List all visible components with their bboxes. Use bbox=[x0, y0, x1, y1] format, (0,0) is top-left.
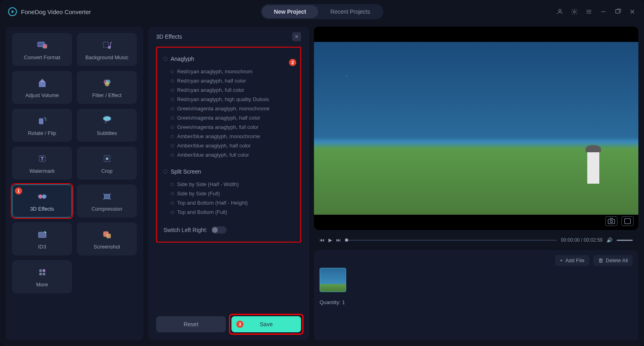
watermark-icon: T bbox=[36, 153, 48, 165]
tool-label: 3D Effects bbox=[30, 206, 54, 212]
panel-title: 3D Effects bbox=[156, 33, 182, 40]
app-window: FoneDog Video Converter New Project Rece… bbox=[0, 0, 644, 346]
right-panel: ⏮ ▶ ⏭ 00:00:00 / 00:02:59 🔊 +Add File 🗑D… bbox=[314, 27, 638, 340]
compression-icon bbox=[101, 191, 113, 203]
svg-point-15 bbox=[38, 195, 42, 198]
option-anaglyph-3[interactable]: Red/cyan anaglyph, high quality Dubois bbox=[171, 95, 294, 104]
close-icon[interactable] bbox=[629, 8, 636, 15]
svg-point-14 bbox=[106, 157, 108, 160]
svg-rect-17 bbox=[104, 194, 109, 199]
minimize-icon[interactable] bbox=[600, 8, 607, 15]
delete-all-button[interactable]: 🗑Delete All bbox=[593, 255, 633, 266]
option-split-1[interactable]: Side by Side (Full) bbox=[171, 189, 294, 198]
tool-label: More bbox=[36, 282, 48, 288]
group-anaglyph[interactable]: Anaglyph bbox=[163, 56, 294, 62]
svg-point-16 bbox=[42, 195, 46, 198]
filter-icon bbox=[101, 77, 113, 89]
option-anaglyph-7[interactable]: Amber/blue anaglyph, monochrome bbox=[171, 132, 294, 141]
title-bar: FoneDog Video Converter New Project Rece… bbox=[0, 0, 644, 23]
switch-left-right-row: Switch Left Right: bbox=[163, 226, 294, 234]
tool-compression[interactable]: Compression bbox=[77, 184, 137, 218]
tool-crop[interactable]: Crop bbox=[77, 147, 137, 180]
app-title: FoneDog Video Converter bbox=[21, 8, 91, 15]
tool-more[interactable]: More bbox=[12, 260, 72, 293]
snapshot-button[interactable] bbox=[605, 216, 617, 226]
option-anaglyph-8[interactable]: Amber/blue anaglyph, half color bbox=[171, 141, 294, 150]
tab-new-project[interactable]: New Project bbox=[262, 5, 318, 18]
main-area: Convert Format Background Music Adjust V… bbox=[0, 23, 644, 346]
svg-rect-10 bbox=[39, 118, 43, 124]
plus-icon: + bbox=[560, 257, 563, 263]
panel-body: 2 Anaglyph Red/cyan anaglyph, monochrom … bbox=[148, 47, 309, 316]
tool-label: Subtitles bbox=[97, 130, 117, 136]
account-icon[interactable] bbox=[556, 8, 564, 15]
switch-left-right-toggle[interactable] bbox=[211, 226, 227, 234]
rotate-icon bbox=[36, 115, 48, 127]
option-split-3[interactable]: Top and Bottom (Full) bbox=[171, 207, 294, 217]
option-split-2[interactable]: Top and Bottom (Half - Height) bbox=[171, 198, 294, 207]
svg-rect-18 bbox=[38, 232, 46, 237]
tool-id3[interactable]: ID3 bbox=[12, 222, 72, 255]
option-anaglyph-9[interactable]: Amber/blue anaglyph, full color bbox=[171, 150, 294, 160]
effects-panel: 3D Effects ✕ 2 Anaglyph Red/cyan anaglyp… bbox=[148, 27, 309, 340]
maximize-icon[interactable] bbox=[614, 8, 621, 15]
tab-recent-projects[interactable]: Recent Projects bbox=[318, 5, 382, 18]
file-thumbnail[interactable] bbox=[320, 268, 346, 292]
option-anaglyph-1[interactable]: Red/cyan anaglyph, half color bbox=[171, 76, 294, 85]
tool-screenshot[interactable]: Screenshot bbox=[77, 222, 137, 255]
volume-icon[interactable]: 🔊 bbox=[607, 237, 613, 243]
player-timeline: ⏮ ▶ ⏭ 00:00:00 / 00:02:59 🔊 bbox=[314, 235, 638, 245]
panel-header: 3D Effects ✕ bbox=[148, 27, 309, 47]
svg-rect-20 bbox=[106, 234, 111, 238]
tool-rotate-flip[interactable]: Rotate / Flip bbox=[12, 109, 72, 142]
seek-bar[interactable] bbox=[345, 240, 557, 241]
anaglyph-options: Red/cyan anaglyph, monochrom Red/cyan an… bbox=[163, 67, 294, 160]
close-panel-button[interactable]: ✕ bbox=[292, 32, 301, 41]
volume-bar[interactable] bbox=[617, 240, 633, 241]
option-anaglyph-2[interactable]: Red/cyan anaglyph, full color bbox=[171, 85, 294, 95]
option-anaglyph-5[interactable]: Green/magenta anaglyph, half color bbox=[171, 113, 294, 122]
reset-button[interactable]: Reset bbox=[156, 316, 226, 332]
tool-watermark[interactable]: T Watermark bbox=[12, 147, 72, 180]
tool-subtitles[interactable]: Subtitles bbox=[77, 109, 137, 142]
group-split-screen[interactable]: Split Screen bbox=[163, 168, 294, 175]
tool-label: Watermark bbox=[29, 168, 55, 174]
svg-rect-25 bbox=[608, 219, 615, 224]
option-anaglyph-0[interactable]: Red/cyan anaglyph, monochrom bbox=[171, 67, 294, 76]
fullscreen-button[interactable] bbox=[621, 216, 634, 226]
3d-glasses-icon bbox=[36, 191, 48, 203]
tool-label: Convert Format bbox=[24, 54, 60, 60]
subtitles-icon bbox=[101, 115, 113, 127]
tool-background-music[interactable]: Background Music bbox=[77, 33, 137, 66]
tool-adjust-volume[interactable]: Adjust Volume bbox=[12, 71, 72, 104]
option-anaglyph-4[interactable]: Green/magenta anaglyph, monochrome bbox=[171, 104, 294, 113]
project-tabs: New Project Recent Projects bbox=[261, 4, 384, 19]
preview-content bbox=[587, 151, 599, 184]
panel-actions: Reset 3 Save bbox=[148, 316, 309, 340]
tool-convert-format[interactable]: Convert Format bbox=[12, 33, 72, 66]
menu-icon[interactable] bbox=[585, 8, 592, 15]
annotation-badge-3: 3 bbox=[236, 321, 244, 328]
quantity-display: Quantity: 1 bbox=[320, 299, 633, 305]
crop-icon bbox=[101, 153, 113, 165]
svg-text:T: T bbox=[41, 156, 43, 161]
app-logo-icon bbox=[8, 7, 17, 16]
tool-label: ID3 bbox=[38, 244, 46, 250]
option-split-0[interactable]: Side by Side (Half - Width) bbox=[171, 180, 294, 189]
trash-icon: 🗑 bbox=[598, 257, 603, 263]
next-button[interactable]: ⏭ bbox=[336, 237, 341, 243]
play-button[interactable]: ▶ bbox=[328, 237, 332, 243]
tool-label: Rotate / Flip bbox=[28, 130, 56, 136]
svg-rect-24 bbox=[42, 272, 45, 275]
tool-filter-effect[interactable]: Filter / Effect bbox=[77, 71, 137, 104]
svg-rect-21 bbox=[39, 269, 42, 272]
option-anaglyph-6[interactable]: Green/magenta anaglyph, full color bbox=[171, 122, 294, 132]
tool-label: Compression bbox=[91, 206, 122, 212]
tool-3d-effects[interactable]: 1 3D Effects bbox=[12, 184, 72, 218]
settings-icon[interactable] bbox=[571, 8, 578, 15]
add-file-button[interactable]: +Add File bbox=[555, 255, 589, 266]
prev-button[interactable]: ⏮ bbox=[320, 237, 324, 243]
file-actions: +Add File 🗑Delete All bbox=[555, 255, 633, 266]
screenshot-icon bbox=[101, 228, 113, 240]
preview-frame bbox=[314, 42, 638, 215]
